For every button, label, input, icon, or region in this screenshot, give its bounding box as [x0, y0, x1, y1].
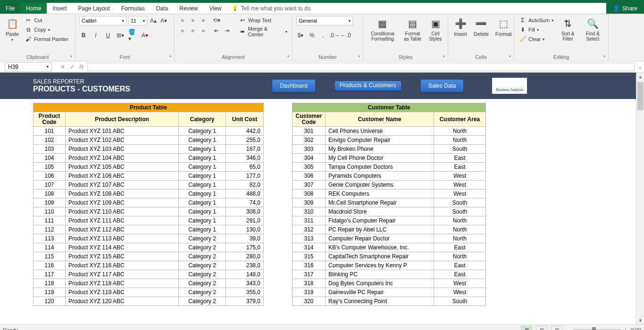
align-middle-button[interactable]: ≡: [189, 16, 197, 25]
table-row[interactable]: 112Product XYZ 112 ABCCategory 1130,0: [33, 225, 264, 234]
underline-button[interactable]: U: [104, 31, 112, 40]
cell-desc[interactable]: Product XYZ 120 ABC: [66, 297, 179, 306]
cell-cat[interactable]: Category 1: [179, 154, 226, 163]
cell-cat[interactable]: Category 2: [179, 288, 226, 297]
cell-name[interactable]: PC Repair by Abel LLC: [326, 225, 434, 234]
table-row[interactable]: 320Ray's Connecting PointSouth: [293, 297, 486, 306]
cell-name[interactable]: My Broken Phone: [326, 145, 434, 154]
cell-code[interactable]: 107: [33, 181, 66, 190]
cell-cost[interactable]: 280,0: [226, 252, 264, 261]
table-row[interactable]: 313Computer Repair DoctorNorth: [293, 234, 486, 243]
table-row[interactable]: 303My Broken PhoneSouth: [293, 145, 486, 154]
cell-desc[interactable]: Product XYZ 107 ABC: [66, 181, 179, 190]
cell-name[interactable]: Gainesville PC Repair: [326, 288, 434, 297]
cell-area[interactable]: West: [434, 172, 486, 181]
cell-area[interactable]: East: [434, 261, 486, 270]
table-row[interactable]: 106Product XYZ 106 ABCCategory 1177,0: [33, 172, 264, 181]
cell-code[interactable]: 319: [293, 288, 326, 297]
table-row[interactable]: 314KB's Computer Warehouse, Inc.East: [293, 243, 486, 252]
table-row[interactable]: 311Fidalgo's Computer RepairNorth: [293, 216, 486, 225]
table-row[interactable]: 310Macdroid StoreSouth: [293, 207, 486, 216]
fill-color-button[interactable]: 🪣▾: [128, 31, 137, 40]
cell-code[interactable]: 115: [33, 252, 66, 261]
cell-desc[interactable]: Product XYZ 106 ABC: [66, 172, 179, 181]
cell-cost[interactable]: 355,0: [226, 288, 264, 297]
percent-format-button[interactable]: %: [308, 31, 316, 40]
cell-code[interactable]: 105: [33, 163, 66, 172]
cell-cat[interactable]: Category 2: [179, 279, 226, 288]
cell-code[interactable]: 302: [293, 136, 326, 145]
dashboard-nav-button[interactable]: Dashboard: [272, 79, 316, 92]
tab-data[interactable]: Data: [151, 3, 174, 14]
cell-area[interactable]: South: [434, 297, 486, 306]
cancel-formula-button[interactable]: ✕: [60, 64, 65, 70]
cell-cat[interactable]: Category 2: [179, 297, 226, 306]
cell-name[interactable]: REK Computers: [326, 190, 434, 198]
tab-home[interactable]: Home: [20, 3, 47, 14]
insert-cells-button[interactable]: ➕Insert: [452, 16, 469, 38]
table-row[interactable]: 108Product XYZ 108 ABCCategory 1488,0: [33, 190, 264, 198]
table-row[interactable]: 117Product XYZ 117 ABCCategory 2148,0: [33, 270, 264, 279]
fx-button[interactable]: fx: [79, 64, 84, 70]
font-name-select[interactable]: Calibri▾: [79, 16, 126, 25]
cell-code[interactable]: 109: [33, 198, 66, 207]
cell-cat[interactable]: Category 1: [179, 207, 226, 216]
name-box[interactable]: H39▾: [5, 62, 52, 72]
cell-cat[interactable]: Category 1: [179, 163, 226, 172]
page-break-view-button[interactable]: ▥: [551, 326, 562, 330]
wrap-text-button[interactable]: ↩Wrap Text: [238, 16, 288, 25]
cell-code[interactable]: 106: [33, 172, 66, 181]
cell-cost[interactable]: 148,0: [226, 270, 264, 279]
borders-button[interactable]: ⊞▾: [116, 31, 125, 40]
cell-code[interactable]: 303: [293, 145, 326, 154]
italic-button[interactable]: I: [92, 31, 100, 40]
table-row[interactable]: 318Dog Bytes Computers IncWest: [293, 279, 486, 288]
decrease-indent-button[interactable]: ⇤: [212, 26, 221, 35]
cell-code[interactable]: 118: [33, 279, 66, 288]
cell-code[interactable]: 314: [293, 243, 326, 252]
merge-center-button[interactable]: ⬌Merge & Center▾: [238, 25, 288, 38]
table-row[interactable]: 305Tampa Computer DoctorsEast: [293, 163, 486, 172]
cell-cost[interactable]: 255,0: [226, 136, 264, 145]
cell-code[interactable]: 307: [293, 181, 326, 190]
vertical-scrollbar[interactable]: ▲ ▼: [636, 73, 644, 324]
zoom-out-button[interactable]: −: [566, 327, 569, 330]
table-row[interactable]: 302Envigo Computer RepairNorth: [293, 136, 486, 145]
cell-name[interactable]: Cell Phones Universe: [326, 127, 434, 136]
clear-button[interactable]: 🧹Clear▾: [518, 35, 554, 43]
cell-code[interactable]: 317: [293, 270, 326, 279]
cell-cost[interactable]: 74,0: [226, 198, 264, 207]
cell-desc[interactable]: Product XYZ 110 ABC: [66, 207, 179, 216]
cell-area[interactable]: East: [434, 270, 486, 279]
cell-code[interactable]: 313: [293, 234, 326, 243]
table-row[interactable]: 111Product XYZ 111 ABCCategory 1291,0: [33, 216, 264, 225]
table-row[interactable]: 301Cell Phones UniverseNorth: [293, 127, 486, 136]
cell-code[interactable]: 304: [293, 154, 326, 163]
table-row[interactable]: 103Product XYZ 103 ABCCategory 1187,0: [33, 145, 264, 154]
cell-code[interactable]: 111: [33, 216, 66, 225]
tab-file[interactable]: File: [0, 3, 20, 14]
increase-decimal-button[interactable]: .0→: [330, 31, 339, 40]
cell-cat[interactable]: Category 1: [179, 127, 226, 136]
cell-name[interactable]: CapitalTech Smartphone Repair: [326, 252, 434, 261]
tell-me-search[interactable]: 💡Tell me what you want to do: [227, 3, 315, 14]
cell-name[interactable]: KB's Computer Warehouse, Inc.: [326, 243, 434, 252]
table-row[interactable]: 109Product XYZ 109 ABCCategory 174,0: [33, 198, 264, 207]
bold-button[interactable]: B: [79, 31, 88, 40]
cell-area[interactable]: North: [434, 216, 486, 225]
autosum-button[interactable]: ΣAutoSum▾: [518, 16, 554, 25]
align-right-button[interactable]: ≡: [199, 26, 208, 35]
cell-code[interactable]: 310: [293, 207, 326, 216]
decrease-font-button[interactable]: A▾: [159, 16, 168, 25]
cell-code[interactable]: 305: [293, 163, 326, 172]
table-row[interactable]: 304My Cell Phone DoctorEast: [293, 154, 486, 163]
cell-code[interactable]: 117: [33, 270, 66, 279]
cell-desc[interactable]: Product XYZ 115 ABC: [66, 252, 179, 261]
normal-view-button[interactable]: ▦: [521, 326, 532, 330]
cell-desc[interactable]: Product XYZ 103 ABC: [66, 145, 179, 154]
cell-desc[interactable]: Product XYZ 118 ABC: [66, 279, 179, 288]
number-format-select[interactable]: General▾: [296, 16, 353, 25]
table-row[interactable]: 104Product XYZ 104 ABCCategory 1346,0: [33, 154, 264, 163]
cell-area[interactable]: North: [434, 234, 486, 243]
cell-cost[interactable]: 343,0: [226, 279, 264, 288]
